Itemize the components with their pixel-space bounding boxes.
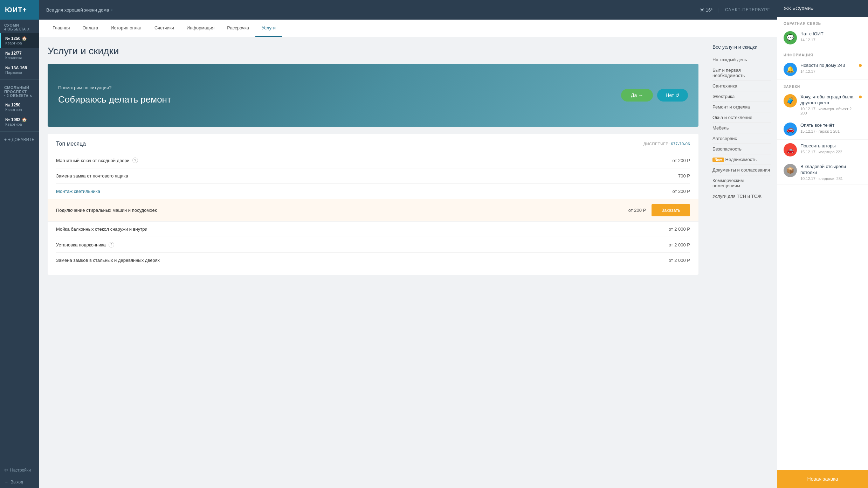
info-icon[interactable]: ? (109, 242, 114, 248)
item-type: Кладовка (5, 56, 35, 60)
breadcrumb-text: Все для хорошей жизни дома (46, 7, 109, 13)
new-ticket-button[interactable]: Новая заявка (777, 470, 868, 488)
banner-yes-button[interactable]: Да → (621, 89, 653, 102)
settings-button[interactable]: ⚙ Настройки (0, 464, 39, 476)
left-sidebar: ЮИТ+ СУОМИ 4 объекта ∧ № 1250 🏠 Квартира… (0, 0, 39, 488)
banner-subtitle: Посмотрим по ситуации? (58, 85, 171, 90)
tab-home[interactable]: Главная (46, 20, 76, 37)
tab-history[interactable]: История оплат (104, 20, 148, 37)
tab-meters[interactable]: Счетчики (148, 20, 180, 37)
tab-services[interactable]: Услуги (255, 20, 282, 37)
category-windows[interactable]: Окна и остекление (712, 112, 771, 123)
item-num: № 1982 🏠 (5, 117, 35, 122)
ticket-item-fence[interactable]: 🧳 Хочу, чтобы ограда была другого цвета … (777, 91, 868, 119)
category-realty[interactable]: NewНедвижимость (712, 154, 771, 165)
dispatcher-phone[interactable]: 677-70-06 (671, 142, 690, 146)
sidebar-item-1250-flat2[interactable]: № 1250 Квартира (0, 100, 39, 114)
service-row[interactable]: Мойка балконных стекол снаружи и внутри … (56, 222, 690, 237)
sidebar-section-smolny[interactable]: СМОЛЬНЫЙ ПРОСПЕКТ • 2 объекта ∧ (0, 82, 39, 100)
category-auto[interactable]: Автосервис (712, 133, 771, 144)
service-name: Подключение стиральных машин и посудомое… (56, 208, 157, 213)
tab-info[interactable]: Информация (180, 20, 221, 37)
service-row[interactable]: Замена замка от почтового ящика 700 Р (56, 168, 690, 184)
ticket-date-1: 10.12.17 · коммерч. объект 2 200 (800, 107, 855, 115)
service-row[interactable]: Установка подоконника ? от 2 000 Р (56, 237, 690, 253)
service-name: Замена замка от почтового ящика (56, 173, 128, 179)
ticket-title-4: В кладовой отсырели потолки (800, 164, 862, 176)
services-table: Топ месяца ДИСПЕТЧЕР: 677-70-06 Магнитны… (48, 134, 698, 275)
category-commercial[interactable]: Коммерческим помещениям (712, 175, 771, 191)
category-furniture[interactable]: Мебель (712, 123, 771, 133)
item-type: Квартира (5, 122, 35, 126)
category-household[interactable]: Быт и первая необходимость (712, 65, 771, 81)
sidebar-divider2 (0, 131, 39, 132)
sidebar-section-suomi[interactable]: СУОМИ 4 объекта ∧ (0, 20, 39, 33)
ticket-title-2: Опять всё течёт (800, 123, 862, 128)
chat-content: Чат с ЮИТ 14.12.17 (800, 31, 862, 42)
service-row-right: от 200 Р Заказать (628, 204, 690, 216)
divider: | (718, 7, 719, 13)
chat-avatar: 💬 (784, 31, 797, 44)
tab-installment[interactable]: Рассрочка (221, 20, 255, 37)
news-content: Новости по дому 243 14.12.17 (800, 63, 855, 74)
category-docs[interactable]: Документы и согласования (712, 165, 771, 175)
banner-title: Собираюсь делать ремонт (58, 94, 171, 106)
category-tsn[interactable]: Услуги для ТСН и ТСЖ (712, 191, 771, 201)
logout-label: Выход (11, 480, 23, 484)
logout-button[interactable]: → Выход (0, 476, 39, 488)
service-row[interactable]: Магнитный ключ от входной двери ? от 200… (56, 153, 690, 168)
news-date: 14.12.17 (800, 69, 855, 74)
category-plumbing[interactable]: Сантехника (712, 81, 771, 91)
service-price: 700 Р (678, 173, 690, 179)
info-icon[interactable]: ? (132, 158, 138, 163)
chat-item[interactable]: 💬 Чат с ЮИТ 14.12.17 (777, 28, 868, 48)
category-everyday[interactable]: На каждый день (712, 55, 771, 65)
ticket-date-3: 15.12.17 · квартира 222 (800, 150, 862, 154)
order-button[interactable]: Заказать (652, 204, 690, 216)
services-header: Топ месяца ДИСПЕТЧЕР: 677-70-06 (56, 141, 690, 147)
news-item[interactable]: 🔔 Новости по дому 243 14.12.17 (777, 59, 868, 80)
banner-no-button[interactable]: Нет ↺ (657, 89, 688, 102)
ticket-content-2: Опять всё течёт 15.12.17 · гараж 1 281 (800, 123, 862, 133)
category-repair[interactable]: Ремонт и отделка (712, 102, 771, 112)
right-sidebar: ЖК «Суоми» ОБРАТНАЯ СВЯЗЬ 💬 Чат с ЮИТ 14… (777, 0, 868, 488)
service-row[interactable]: Монтаж светильника от 200 Р (56, 184, 690, 199)
new-badge: New (712, 158, 724, 162)
service-row[interactable]: Замена замков в стальных и деревянных дв… (56, 253, 690, 268)
service-name-link[interactable]: Монтаж светильника (56, 189, 100, 194)
tab-payment[interactable]: Оплата (76, 20, 104, 37)
ticket-date-2: 15.12.17 · гараж 1 281 (800, 129, 862, 133)
breadcrumb: Все для хорошей жизни дома › (46, 7, 112, 13)
page-title: Услуги и скидки (48, 46, 698, 57)
sidebar-item-1277-storage[interactable]: № 12/77 Кладовка (0, 48, 39, 63)
item-type: Квартира (5, 107, 35, 112)
sidebar-item-1982-flat[interactable]: № 1982 🏠 Квартира (0, 114, 39, 129)
news-avatar: 🔔 (784, 63, 797, 76)
section1-count: 4 объекта ∧ (4, 27, 35, 31)
sidebar-item-1250-flat[interactable]: № 1250 🏠 Квартира (0, 33, 39, 48)
chat-date: 14.12.17 (800, 38, 862, 42)
service-row-highlighted[interactable]: Подключение стиральных машин и посудомое… (48, 199, 698, 222)
ticket-avatar-3: 🚗 (784, 143, 797, 156)
ticket-item-curtains[interactable]: 🚗 Повесить шторы 15.12.17 · квартира 222 (777, 140, 868, 160)
ticket-item-storage[interactable]: 📦 В кладовой отсырели потолки 10.12.17 ·… (777, 160, 868, 184)
sidebar-item-13a168-parking[interactable]: № 13А 168 Парковка (0, 63, 39, 77)
ticket-content-3: Повесить шторы 15.12.17 · квартира 222 (800, 143, 862, 154)
service-price: от 2 000 Р (669, 258, 690, 263)
category-security[interactable]: Безопасность (712, 144, 771, 154)
service-price: от 2 000 Р (669, 242, 690, 248)
tickets-section-title: ЗАЯВКИ (777, 80, 868, 91)
service-price: от 200 Р (673, 158, 690, 163)
main-content: Услуги и скидки Посмотрим по ситуации? С… (39, 37, 707, 488)
content-area: Услуги и скидки Посмотрим по ситуации? С… (39, 37, 777, 488)
add-object-button[interactable]: + + ДОБАВИТЬ (0, 134, 39, 146)
ticket-content-1: Хочу, чтобы ограда была другого цвета 10… (800, 94, 855, 115)
dispatcher-label: ДИСПЕТЧЕР: (643, 142, 670, 146)
sidebar-divider (0, 79, 39, 80)
item-num: № 12/77 (5, 51, 35, 56)
ticket-title-1: Хочу, чтобы ограда была другого цвета (800, 94, 855, 106)
add-label: + ДОБАВИТЬ (8, 137, 34, 142)
ticket-item-leak[interactable]: 🚗 Опять всё течёт 15.12.17 · гараж 1 281 (777, 119, 868, 140)
category-electrical[interactable]: Электрика (712, 91, 771, 102)
right-sidebar-header: ЖК «Суоми» (777, 0, 868, 17)
